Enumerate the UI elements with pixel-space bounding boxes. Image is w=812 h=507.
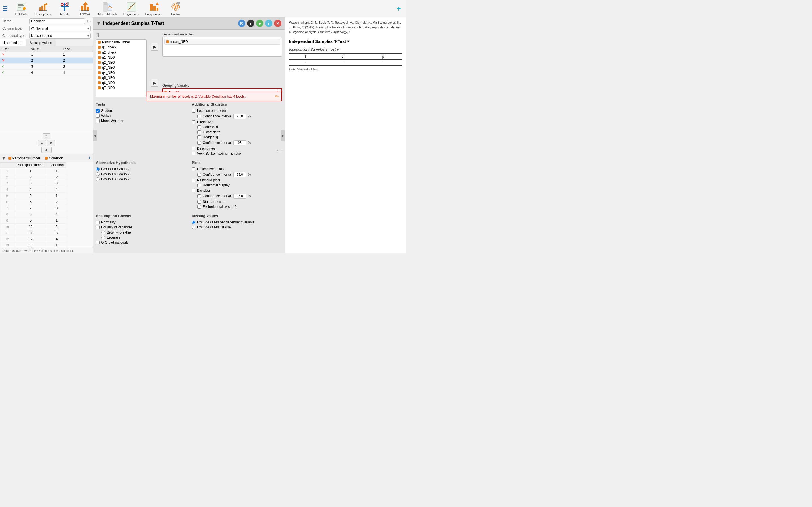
label-row-2[interactable]: ✓33: [0, 64, 93, 69]
analysis-body: ⇅ ParticipantNumber q1_check: [93, 30, 285, 100]
var-q1-check[interactable]: q1_check: [96, 45, 146, 50]
fix-axis-checkbox[interactable]: [197, 205, 201, 209]
computed-type-dropdown[interactable]: Not computed ▾: [29, 33, 91, 39]
exclude-dep-radio[interactable]: [192, 221, 195, 224]
filter-toggle-btn[interactable]: ⇅: [43, 133, 50, 139]
normality-checkbox[interactable]: [96, 221, 100, 224]
menu-icon[interactable]: ☰: [2, 5, 8, 12]
close-button[interactable]: ✕: [274, 20, 282, 27]
toolbar-factor[interactable]: Factor: [166, 1, 186, 17]
ci-desc-checkbox[interactable]: [197, 173, 201, 177]
ci-desc-input[interactable]: [234, 172, 246, 177]
alt-lt-radio[interactable]: [96, 177, 100, 181]
analysis-title: Independent Samples T-Test: [103, 21, 236, 26]
effect-size-checkbox[interactable]: [192, 120, 195, 124]
equality-var-checkbox[interactable]: [96, 226, 100, 229]
var-q3-neo[interactable]: q3_NEO: [96, 65, 146, 70]
toolbar-mixed-models[interactable]: Mixed Models: [95, 1, 120, 17]
levene-radio[interactable]: [101, 236, 105, 239]
desc-plots-checkbox[interactable]: [192, 167, 195, 171]
filter-cell-2[interactable]: ✓: [0, 64, 30, 69]
add-analysis-button[interactable]: +: [394, 3, 404, 14]
dep-var-mean-neo[interactable]: mean_NEO: [164, 39, 280, 45]
info-button[interactable]: i: [265, 20, 272, 27]
ci-bar-input[interactable]: [234, 193, 246, 199]
sort-icon[interactable]: ⇅: [96, 33, 100, 38]
exclude-list-radio[interactable]: [192, 226, 195, 229]
move-down-btn[interactable]: ▼: [47, 140, 55, 146]
dark-button[interactable]: ●: [247, 20, 254, 27]
toolbar-edit-data[interactable]: Edit Data: [11, 1, 31, 17]
var-q1-neo[interactable]: q1_NEO: [96, 55, 146, 60]
svg-point-26: [132, 5, 133, 6]
toolbar-ttests[interactable]: T-Tests: [55, 1, 74, 17]
cohens-d-checkbox[interactable]: [197, 125, 201, 129]
toolbar-regression[interactable]: Regression: [121, 1, 142, 17]
var-q6-neo[interactable]: q6_NEO: [96, 80, 146, 86]
ci-bar-checkbox[interactable]: [197, 194, 201, 198]
horiz-display-checkbox[interactable]: [197, 184, 201, 187]
analysis-collapse-btn[interactable]: ▼: [96, 21, 101, 26]
r-button[interactable]: R: [238, 20, 245, 27]
ci-location-input[interactable]: [234, 114, 246, 119]
toolbar-frequencies[interactable]: Frequencies: [142, 1, 165, 17]
lo-button[interactable]: Lo: [87, 19, 91, 23]
descriptives-checkbox[interactable]: [192, 147, 195, 151]
mann-whitney-checkbox[interactable]: [96, 119, 100, 123]
ci-effect-input[interactable]: [234, 140, 246, 145]
collapse-up-btn[interactable]: ▲: [42, 147, 52, 153]
left-collapse-handle[interactable]: ◀: [93, 130, 97, 141]
brown-forsythe-radio[interactable]: [101, 231, 105, 234]
var-dot-q3neo: [98, 66, 101, 69]
alt-gt-radio[interactable]: [96, 172, 100, 176]
dep-vars-label: Dependent Variables: [162, 33, 282, 36]
column-type-dropdown[interactable]: 🏷 Nominal ▾: [29, 25, 91, 31]
toolbar-anova[interactable]: ANOVA: [75, 1, 95, 17]
vovk-checkbox[interactable]: [192, 152, 195, 156]
name-input[interactable]: [29, 18, 85, 24]
bar-plots-checkbox[interactable]: [192, 189, 195, 192]
tab-label-editor[interactable]: Label editor: [0, 40, 26, 46]
condition-col[interactable]: Condition: [43, 156, 65, 161]
filter-x-1[interactable]: ✕: [2, 59, 4, 62]
std-error-checkbox[interactable]: [197, 200, 201, 204]
student-checkbox[interactable]: [96, 109, 100, 113]
ci-location-checkbox[interactable]: [197, 115, 201, 118]
tab-missing-values[interactable]: Missing values: [26, 40, 56, 46]
raincloud-checkbox[interactable]: [192, 179, 195, 182]
var-q5-neo[interactable]: q5_NEO: [96, 75, 146, 80]
filter-icon[interactable]: ▼: [2, 156, 6, 161]
alt-neq-radio[interactable]: [96, 167, 100, 171]
filter-cell-3[interactable]: ✓: [0, 69, 30, 75]
var-q7-neo[interactable]: q7_NEO: [96, 86, 146, 91]
hedges-g-checkbox[interactable]: [197, 135, 201, 139]
var-q2-check[interactable]: q2_check: [96, 50, 146, 55]
right-collapse-handle[interactable]: ▶: [281, 130, 285, 141]
results-table: t df p · · ·: [289, 53, 402, 66]
filter-cell-1[interactable]: ✕: [0, 58, 30, 64]
add-to-dep-btn[interactable]: ▶: [151, 43, 158, 51]
add-column-button[interactable]: +: [88, 155, 91, 161]
green-button[interactable]: ●: [256, 20, 263, 27]
var-q4-neo[interactable]: q4_NEO: [96, 70, 146, 75]
toolbar-descriptives[interactable]: Descriptives: [32, 1, 54, 17]
label-row-0[interactable]: ✕11: [0, 52, 93, 58]
vertical-handle-2[interactable]: ⋮⋮: [274, 147, 285, 154]
var-q2-neo[interactable]: q2_NEO: [96, 60, 146, 65]
move-up-btn[interactable]: ▲: [38, 140, 46, 146]
qq-plot-checkbox[interactable]: [96, 241, 100, 244]
label-row-1[interactable]: ✕22: [0, 58, 93, 64]
filter-cell-0[interactable]: ✕: [0, 52, 30, 58]
label-row-3[interactable]: ✓44: [0, 69, 93, 75]
var-participant-number[interactable]: ParticipantNumber: [96, 40, 146, 45]
participant-number-col[interactable]: ParticipantNumber: [7, 156, 42, 161]
welch-checkbox[interactable]: [96, 114, 100, 118]
filter-x-0[interactable]: ✕: [2, 53, 4, 57]
glass-delta-checkbox[interactable]: [197, 130, 201, 134]
location-param-checkbox[interactable]: [192, 109, 195, 113]
var-dot-q6neo: [98, 81, 101, 84]
error-pencil-icon[interactable]: ✏: [275, 94, 278, 99]
add-to-grouping-btn[interactable]: ▶: [151, 79, 158, 87]
ci-effect-checkbox[interactable]: [197, 141, 201, 145]
equality-var-option: Equality of variances: [96, 225, 186, 230]
